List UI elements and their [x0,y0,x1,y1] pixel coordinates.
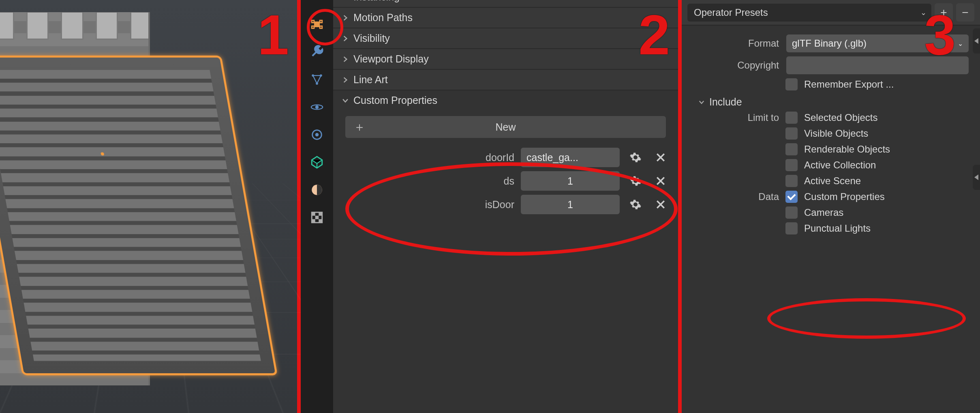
limit-option-row: Active Collection [698,159,969,171]
highlight-custom-properties-export-oval [767,298,966,339]
remove-icon[interactable] [651,172,670,190]
step-number-2: 2 [638,2,670,68]
section-label: Custom Properties [353,95,437,106]
limit-option-label: Active Scene [804,175,861,187]
limit-checkbox[interactable] [785,112,798,124]
section-label: Motion Paths [353,12,413,24]
data-checkbox[interactable] [785,222,798,234]
limit-to-group: Limit toSelected ObjectsVisible ObjectsR… [698,112,969,187]
preset-remove-button[interactable]: − [956,3,974,22]
chevron-down-icon [698,99,705,106]
step-3-export: 3 Operator Presets ⌄ + − Format glTF Bin… [682,0,980,413]
format-label: Format [698,38,779,49]
data-option-row: Punctual Lights [698,222,969,234]
custom-property-row: ds 1 [341,171,670,191]
particles-tab-icon[interactable] [309,71,325,88]
custom-properties-body: ＋ New [333,110,678,144]
step-number-3: 3 [924,2,956,68]
chevron-right-icon [341,55,349,63]
crenellations [0,12,150,40]
step-number-1: 1 [257,2,289,68]
viewport-3d[interactable] [0,0,297,413]
prop-value-field[interactable]: 1 [521,171,620,191]
data-checkbox[interactable] [785,206,798,219]
modifier-tab-icon[interactable] [309,44,325,60]
copyright-label: Copyright [698,60,779,71]
texture-tab-icon[interactable] [309,209,325,226]
section-motion-paths[interactable]: Motion Paths [333,8,678,28]
object-tab-icon[interactable] [309,16,325,32]
custom-property-list: doorId castle_ga... ds 1 isDoor 1 [333,144,678,218]
limit-checkbox[interactable] [785,159,798,171]
section-label: Instancing [353,0,400,3]
remember-export-row: Remember Export ... [698,78,969,90]
data-option-label: Cameras [804,207,843,218]
data-option-label: Custom Properties [804,191,885,202]
limit-option-row: Limit toSelected Objects [698,112,969,124]
chevron-down-icon [341,97,349,105]
add-custom-property-button[interactable]: ＋ New [345,116,666,138]
prop-name: isDoor [393,199,514,211]
operator-presets-dropdown[interactable]: Operator Presets ⌄ [687,4,931,22]
limit-option-row: Active Scene [698,175,969,187]
sidebar-handle[interactable] [973,165,980,190]
limit-checkbox[interactable] [785,175,798,187]
section-instancing[interactable]: Instancing [333,0,678,8]
prop-value-field[interactable]: 1 [521,195,620,214]
mesh-data-tab-icon[interactable] [309,154,325,170]
physics-tab-icon[interactable] [309,99,325,115]
properties-tab-strip [301,0,333,413]
remove-icon[interactable] [651,195,670,214]
gear-icon[interactable] [626,195,645,214]
step-2-properties: 2 [301,0,682,413]
limit-option-row: Visible Objects [698,127,969,140]
remember-export-label: Remember Export ... [804,79,894,90]
limit-option-label: Renderable Objects [804,144,890,155]
limit-option-label: Selected Objects [804,112,877,123]
material-tab-icon[interactable] [309,182,325,198]
section-visibility[interactable]: Visibility [333,28,678,49]
sidebar-handle[interactable] [973,28,980,54]
svg-point-7 [315,133,319,137]
remove-icon[interactable] [651,148,670,167]
gear-icon[interactable] [626,148,645,167]
limit-option-row: Renderable Objects [698,143,969,155]
limit-to-label: Limit to [698,112,779,123]
format-value: glTF Binary (.glb) [792,38,867,49]
section-line-art[interactable]: Line Art [333,70,678,90]
gear-icon[interactable] [626,172,645,190]
chevron-right-icon [341,76,349,84]
prop-name: doorId [393,152,514,163]
chevron-right-icon [341,0,349,1]
data-group: DataCustom PropertiesCamerasPunctual Lig… [698,191,969,234]
step-1-viewport: 1 [0,0,301,413]
limit-checkbox[interactable] [785,143,798,155]
highlight-object-tab-circle [307,9,343,45]
section-custom-properties[interactable]: Custom Properties [333,90,678,110]
operator-presets-label: Operator Presets [694,7,768,18]
limit-option-label: Active Collection [804,159,876,171]
custom-property-row: isDoor 1 [341,195,670,214]
section-label: Viewport Display [353,53,429,65]
data-option-label: Punctual Lights [804,223,871,234]
include-section-header[interactable]: Include [698,96,969,108]
plus-icon: ＋ [353,119,366,136]
section-label: Line Art [353,74,388,86]
prop-name: ds [393,175,514,187]
properties-panel: Instancing Motion Paths Visibility Viewp… [333,0,678,413]
data-option-row: DataCustom Properties [698,191,969,203]
data-label: Data [698,191,779,202]
constraints-tab-icon[interactable] [309,127,325,143]
data-option-row: Cameras [698,206,969,219]
new-button-label: New [495,121,516,133]
limit-option-label: Visible Objects [804,128,868,139]
remember-export-checkbox[interactable] [785,78,798,90]
limit-checkbox[interactable] [785,127,798,140]
data-checkbox[interactable] [785,191,798,203]
chevron-down-icon: ⌄ [958,40,963,47]
chevron-right-icon [341,34,349,43]
section-viewport-display[interactable]: Viewport Display [333,49,678,70]
prop-value-field[interactable]: castle_ga... [521,148,620,167]
chevron-right-icon [341,14,349,22]
section-label: Visibility [353,32,390,44]
